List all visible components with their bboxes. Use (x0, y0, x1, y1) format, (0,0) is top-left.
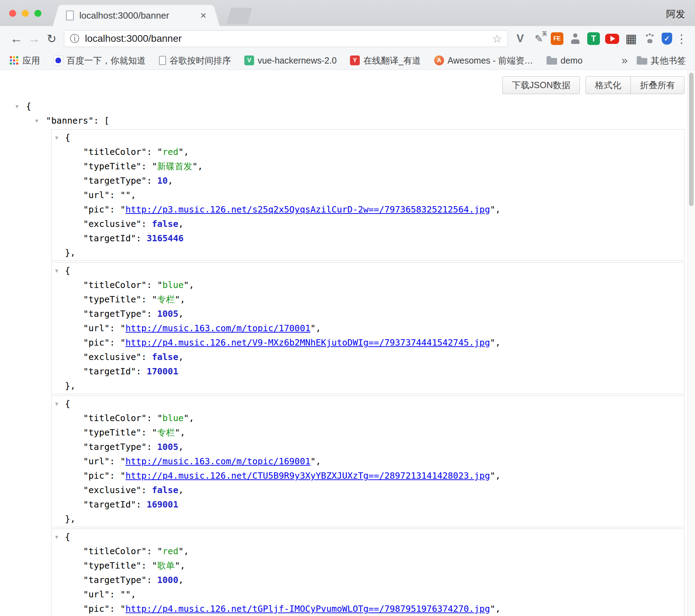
people-icon[interactable] (569, 32, 582, 45)
collapse-triangle-icon[interactable]: ▼ (55, 264, 58, 278)
json-line: "pic": "http://p4.music.126.net/tGPljf-I… (52, 602, 684, 616)
baidu-icon (53, 55, 63, 65)
browser-tab[interactable]: localhost:3000/banner × (60, 5, 212, 26)
other-bookmarks-label: 其他书签 (651, 55, 686, 66)
json-line: ▼{ (52, 397, 684, 411)
reload-icon[interactable]: ↻ (43, 33, 60, 45)
qrcode-icon[interactable]: ▦ (624, 32, 638, 45)
bookmark-label: 在线翻译_有道 (363, 55, 421, 66)
vue-icon: V (244, 55, 254, 65)
json-url-link[interactable]: http://p4.music.126.net/V9-MXz6b2MNhEKju… (125, 338, 490, 348)
youdao-icon: Y (350, 55, 360, 65)
json-line: "pic": "http://p3.music.126.net/s25q2x5Q… (52, 202, 684, 217)
bookmarks-list: 应用百度一下，你就知道谷歌按时间排序Vvue-hackernews-2.0Y在线… (9, 55, 583, 66)
json-line: "targetType": 1005, (52, 440, 684, 454)
bookmark-google-sort[interactable]: 谷歌按时间排序 (159, 55, 231, 66)
bookmark-star-icon[interactable]: ☆ (492, 32, 502, 45)
v-icon[interactable]: V (514, 32, 527, 45)
bookmarks-overflow-icon[interactable]: » (622, 54, 628, 67)
json-line: "url": "", (52, 188, 684, 202)
json-line: }, (52, 379, 684, 393)
json-line: "url": "", (52, 587, 684, 602)
bookmark-label: demo (561, 55, 583, 66)
json-line: "titleColor": "blue", (52, 411, 684, 425)
json-url-link[interactable]: http://music.163.com/m/topic/170001 (125, 323, 310, 333)
json-line: "url": "http://music.163.com/m/topic/170… (52, 321, 684, 335)
json-line: ▼"banners": [ (0, 113, 695, 128)
format-button[interactable]: 格式化 (585, 76, 631, 94)
info-icon[interactable]: ⓘ (70, 32, 79, 45)
collapse-all-button[interactable]: 折叠所有 (631, 76, 684, 94)
json-object: ▼{"titleColor": "blue","typeTitle": "专栏"… (51, 262, 684, 394)
close-window-button[interactable] (9, 10, 16, 17)
json-page: 下载JSON数据 格式化 折叠所有 ▼{▼"banners": [▼{"titl… (0, 70, 695, 616)
scrollbar[interactable] (687, 70, 695, 616)
collapse-triangle-icon[interactable]: ▼ (15, 99, 19, 114)
profile-name[interactable]: 阿发 (666, 8, 685, 20)
json-line: "typeTitle": "专栏", (52, 425, 684, 440)
paw-icon[interactable] (643, 32, 656, 45)
collapse-triangle-icon[interactable]: ▼ (55, 131, 58, 145)
back-icon[interactable]: ← (8, 32, 25, 45)
json-line: "pic": "http://p4.music.126.net/CTU5B9R9… (52, 468, 684, 483)
collapse-triangle-icon[interactable]: ▼ (35, 114, 38, 128)
json-object: ▼{"titleColor": "blue","typeTitle": "专栏"… (51, 395, 684, 527)
bookmark-apps[interactable]: 应用 (9, 55, 40, 66)
json-line: "typeTitle": "歌单", (52, 558, 684, 573)
scrollbar-thumb[interactable] (689, 73, 694, 206)
omnibox[interactable]: ⓘ localhost:3000/banner ☆ (64, 30, 508, 47)
json-url-link[interactable]: http://p4.music.126.net/tGPljf-IMOCyPvum… (125, 604, 490, 614)
bookmark-demo[interactable]: demo (547, 55, 583, 66)
json-line: "targetType": 1005, (52, 307, 684, 321)
tab-close-icon[interactable]: × (200, 10, 206, 21)
json-url-link[interactable]: http://music.163.com/m/topic/169001 (125, 456, 310, 466)
bookmark-awesomes[interactable]: AAwesomes - 前端资… (434, 55, 533, 66)
json-line: ▼{ (0, 99, 695, 113)
bookmark-baidu[interactable]: 百度一下，你就知道 (53, 55, 146, 66)
youtube-icon[interactable] (605, 34, 619, 44)
bookmark-label: vue-hackernews-2.0 (258, 55, 337, 66)
new-tab-button[interactable] (226, 8, 252, 24)
download-json-button[interactable]: 下载JSON数据 (502, 76, 580, 94)
t-shield-icon[interactable]: T (587, 32, 600, 45)
json-line: ▼{ (52, 130, 684, 145)
collapse-triangle-icon[interactable]: ▼ (55, 530, 58, 544)
awesomes-icon: A (434, 55, 444, 65)
json-line: "titleColor": "red", (52, 145, 684, 159)
bookmark-youdao-translate[interactable]: Y在线翻译_有道 (350, 55, 421, 66)
extensions-row: V✎英FET▦✓ (514, 32, 672, 45)
minimize-window-button[interactable] (22, 10, 29, 17)
collapse-triangle-icon[interactable]: ▼ (55, 397, 58, 411)
forward-icon[interactable]: → (25, 32, 43, 45)
json-line: "exclusive": false, (52, 217, 684, 231)
json-line: "targetType": 10, (52, 173, 684, 188)
json-line: "titleColor": "red", (52, 544, 684, 558)
format-button-group: 格式化 折叠所有 (585, 76, 684, 94)
json-url-link[interactable]: http://p3.music.126.net/s25q2x5QyqsAzilC… (125, 204, 490, 215)
json-line: "targetId": 170001 (52, 364, 684, 379)
menu-kebab-icon[interactable]: ⋮ (676, 33, 687, 45)
tab-strip: localhost:3000/banner × 阿发 (0, 0, 695, 26)
page-icon (66, 11, 74, 20)
shield-check-icon[interactable]: ✓ (662, 33, 672, 45)
json-line: "typeTitle": "新碟首发", (52, 159, 684, 173)
other-bookmarks[interactable]: 其他书签 (637, 55, 686, 66)
json-line: "exclusive": false, (52, 483, 684, 497)
json-object: ▼{"titleColor": "red","typeTitle": "新碟首发… (51, 129, 684, 261)
bookmark-label: Awesomes - 前端资… (448, 55, 533, 66)
fehelper-icon[interactable]: FE (551, 32, 563, 45)
json-line: "url": "http://music.163.com/m/topic/169… (52, 454, 684, 468)
tab-title: localhost:3000/banner (79, 10, 197, 21)
json-line: ▼{ (52, 530, 684, 544)
json-line: "pic": "http://p4.music.126.net/V9-MXz6b… (52, 335, 684, 350)
translate-pen-icon[interactable]: ✎英 (532, 32, 545, 45)
url-text[interactable]: localhost:3000/banner (85, 33, 492, 44)
bookmark-label: 谷歌按时间排序 (170, 55, 231, 66)
zoom-window-button[interactable] (34, 10, 41, 17)
bookmark-label: 百度一下，你就知道 (67, 55, 146, 66)
json-tree: ▼{▼"banners": [▼{"titleColor": "red","ty… (0, 99, 695, 616)
json-url-link[interactable]: http://p4.music.126.net/CTU5B9R9y3XyYBZX… (125, 471, 490, 481)
json-line: "targetId": 3165446 (52, 231, 684, 245)
json-line: }, (52, 245, 684, 260)
bookmark-vue-hackernews[interactable]: Vvue-hackernews-2.0 (244, 55, 337, 66)
